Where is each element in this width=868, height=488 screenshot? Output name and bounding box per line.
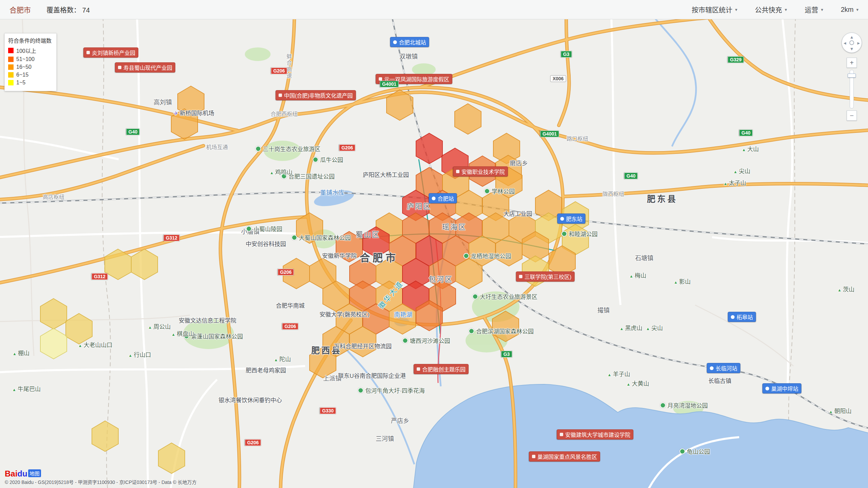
menu-grid-size[interactable]: 2km▾ <box>841 6 859 14</box>
pan-left-button[interactable]: ◂ <box>844 40 846 45</box>
zoom-slider[interactable] <box>850 70 854 108</box>
pan-right-button[interactable]: ▸ <box>857 40 860 45</box>
chevron-down-icon: ▾ <box>785 7 787 12</box>
menu-label: 2km <box>841 6 854 14</box>
coverage-count: 覆盖格数： 74 <box>46 5 90 15</box>
chevron-down-icon: ▾ <box>821 7 823 12</box>
pan-center-icon <box>849 40 854 45</box>
chevron-down-icon: ▾ <box>735 7 737 12</box>
menu-label: 公共快充 <box>755 5 782 15</box>
legend-label: 100以上 <box>16 46 36 55</box>
legend-title: 符合条件的终端数 <box>8 36 52 44</box>
legend-item: 16~50 <box>8 64 52 70</box>
toolbar-menus: 按市辖区统计▾公共快充▾运营▾2km▾ <box>692 5 859 15</box>
map-nav-control: ▴ ▾ ◂ ▸ + − <box>842 33 862 121</box>
baidu-logo: Baidu地图 <box>5 469 41 479</box>
zoom-in-button[interactable]: + <box>847 58 857 68</box>
menu-label: 运营 <box>805 5 818 15</box>
city-name: 合肥市 <box>9 4 31 15</box>
logo-bai: Bai <box>5 469 17 478</box>
pan-control[interactable]: ▴ ▾ ◂ ▸ <box>842 33 862 53</box>
legend-label: 1~5 <box>16 80 25 86</box>
menu-public-fast-charge[interactable]: 公共快充▾ <box>755 5 787 15</box>
legend-label: 16~50 <box>16 64 32 70</box>
legend-panel: 符合条件的终端数 100以上51~10016~506~151~5 <box>4 33 57 91</box>
legend-item: 1~5 <box>8 80 52 86</box>
legend-swatch <box>8 64 14 70</box>
legend-item: 6~15 <box>8 72 52 78</box>
zoom-slider-handle[interactable] <box>848 74 856 78</box>
menu-label: 按市辖区统计 <box>692 5 732 15</box>
logo-du: du <box>17 469 27 478</box>
legend-label: 51~100 <box>16 56 35 62</box>
coverage-label: 覆盖格数： <box>46 6 80 14</box>
legend-swatch <box>8 72 14 78</box>
menu-district-stats[interactable]: 按市辖区统计▾ <box>692 5 737 15</box>
legend-item: 100以上 <box>8 46 52 55</box>
map-canvas[interactable]: 合肥市肥东县肥西县庐阳区瑶海区蜀山区包河区三河镇小庙镇撮镇高刘镇岗集镇双墩镇磨店… <box>0 0 868 488</box>
pan-up-button[interactable]: ▴ <box>850 34 853 39</box>
legend-swatch <box>8 57 14 62</box>
logo-map-chip: 地图 <box>28 469 41 477</box>
legend-swatch <box>8 48 14 53</box>
pan-down-button[interactable]: ▾ <box>850 46 853 51</box>
menu-operation[interactable]: 运营▾ <box>805 5 823 15</box>
legend-swatch <box>8 80 14 85</box>
coverage-value: 74 <box>82 6 90 14</box>
map-attribution: © 2020 Baidu - GS(2019)5218号 - 甲测资字11009… <box>5 479 197 485</box>
zoom-out-button[interactable]: − <box>847 110 857 121</box>
legend-item: 51~100 <box>8 56 52 62</box>
chevron-down-icon: ▾ <box>856 7 859 12</box>
legend-label: 6~15 <box>16 72 28 78</box>
top-bar: 合肥市 覆盖格数： 74 按市辖区统计▾公共快充▾运营▾2km▾ <box>0 0 868 19</box>
